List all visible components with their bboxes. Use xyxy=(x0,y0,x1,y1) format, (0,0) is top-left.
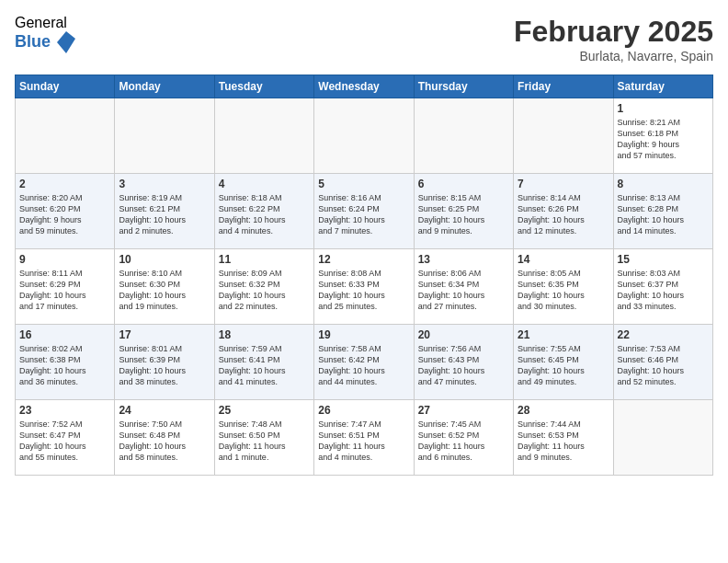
calendar-week-row: 2Sunrise: 8:20 AM Sunset: 6:20 PM Daylig… xyxy=(16,174,713,249)
day-number: 3 xyxy=(119,178,210,190)
table-row: 10Sunrise: 8:10 AM Sunset: 6:30 PM Dayli… xyxy=(115,249,214,325)
day-number: 10 xyxy=(119,253,210,266)
day-info: Sunrise: 7:53 AM Sunset: 6:46 PM Dayligh… xyxy=(618,343,709,388)
table-row: 1Sunrise: 8:21 AM Sunset: 6:18 PM Daylig… xyxy=(613,98,712,174)
table-row: 26Sunrise: 7:47 AM Sunset: 6:51 PM Dayli… xyxy=(314,400,414,476)
table-row: 25Sunrise: 7:48 AM Sunset: 6:50 PM Dayli… xyxy=(214,400,313,476)
day-info: Sunrise: 8:18 AM Sunset: 6:22 PM Dayligh… xyxy=(219,192,310,237)
day-number: 6 xyxy=(418,178,509,190)
day-info: Sunrise: 8:05 AM Sunset: 6:35 PM Dayligh… xyxy=(518,268,609,313)
day-info: Sunrise: 8:01 AM Sunset: 6:39 PM Dayligh… xyxy=(119,343,210,388)
table-row: 20Sunrise: 7:56 AM Sunset: 6:43 PM Dayli… xyxy=(414,325,513,400)
table-row: 8Sunrise: 8:13 AM Sunset: 6:28 PM Daylig… xyxy=(613,174,712,249)
table-row: 21Sunrise: 7:55 AM Sunset: 6:45 PM Dayli… xyxy=(514,325,613,400)
title-block: February 2025 Burlata, Navarre, Spain xyxy=(514,15,713,63)
table-row: 14Sunrise: 8:05 AM Sunset: 6:35 PM Dayli… xyxy=(514,249,613,325)
day-info: Sunrise: 8:08 AM Sunset: 6:33 PM Dayligh… xyxy=(318,268,409,313)
table-row: 24Sunrise: 7:50 AM Sunset: 6:48 PM Dayli… xyxy=(115,400,214,476)
day-number: 2 xyxy=(19,178,110,190)
day-number: 8 xyxy=(618,178,709,190)
table-row: 22Sunrise: 7:53 AM Sunset: 6:46 PM Dayli… xyxy=(613,325,712,400)
day-number: 23 xyxy=(19,404,110,417)
day-info: Sunrise: 7:48 AM Sunset: 6:50 PM Dayligh… xyxy=(219,419,310,464)
day-number: 20 xyxy=(418,328,509,341)
table-row: 3Sunrise: 8:19 AM Sunset: 6:21 PM Daylig… xyxy=(115,174,214,249)
table-row: 11Sunrise: 8:09 AM Sunset: 6:32 PM Dayli… xyxy=(214,249,313,325)
header: General Blue February 2025 Burlata, Nava… xyxy=(15,15,713,63)
location: Burlata, Navarre, Spain xyxy=(514,49,713,63)
header-wednesday: Wednesday xyxy=(314,75,414,98)
table-row: 13Sunrise: 8:06 AM Sunset: 6:34 PM Dayli… xyxy=(414,249,513,325)
table-row: 15Sunrise: 8:03 AM Sunset: 6:37 PM Dayli… xyxy=(613,249,712,325)
header-monday: Monday xyxy=(115,75,214,98)
day-info: Sunrise: 8:21 AM Sunset: 6:18 PM Dayligh… xyxy=(618,117,709,162)
logo-general: General xyxy=(15,15,75,31)
day-number: 19 xyxy=(318,328,409,341)
table-row: 17Sunrise: 8:01 AM Sunset: 6:39 PM Dayli… xyxy=(115,325,214,400)
day-info: Sunrise: 7:50 AM Sunset: 6:48 PM Dayligh… xyxy=(119,419,210,464)
table-row: 5Sunrise: 8:16 AM Sunset: 6:24 PM Daylig… xyxy=(314,174,414,249)
day-number: 27 xyxy=(418,404,509,417)
calendar-week-row: 9Sunrise: 8:11 AM Sunset: 6:29 PM Daylig… xyxy=(16,249,713,325)
day-number: 28 xyxy=(518,404,609,417)
table-row: 18Sunrise: 7:59 AM Sunset: 6:41 PM Dayli… xyxy=(214,325,313,400)
table-row: 27Sunrise: 7:45 AM Sunset: 6:52 PM Dayli… xyxy=(414,400,513,476)
day-number: 14 xyxy=(518,253,609,266)
logo-bird-icon xyxy=(57,31,75,53)
day-info: Sunrise: 7:56 AM Sunset: 6:43 PM Dayligh… xyxy=(418,343,509,388)
day-number: 17 xyxy=(119,328,210,341)
day-info: Sunrise: 8:16 AM Sunset: 6:24 PM Dayligh… xyxy=(318,192,409,237)
table-row xyxy=(414,98,513,174)
day-number: 21 xyxy=(518,328,609,341)
table-row xyxy=(514,98,613,174)
table-row: 7Sunrise: 8:14 AM Sunset: 6:26 PM Daylig… xyxy=(514,174,613,249)
day-number: 7 xyxy=(518,178,609,190)
page-container: General Blue February 2025 Burlata, Nava… xyxy=(0,0,728,483)
table-row: 12Sunrise: 8:08 AM Sunset: 6:33 PM Dayli… xyxy=(314,249,414,325)
day-info: Sunrise: 8:14 AM Sunset: 6:26 PM Dayligh… xyxy=(518,192,609,237)
logo: General Blue xyxy=(15,15,75,53)
table-row: 16Sunrise: 8:02 AM Sunset: 6:38 PM Dayli… xyxy=(16,325,115,400)
day-number: 12 xyxy=(318,253,409,266)
day-number: 18 xyxy=(219,328,310,341)
calendar-week-row: 23Sunrise: 7:52 AM Sunset: 6:47 PM Dayli… xyxy=(16,400,713,476)
month-title: February 2025 xyxy=(514,15,713,49)
table-row xyxy=(214,98,313,174)
day-number: 11 xyxy=(219,253,310,266)
day-info: Sunrise: 7:47 AM Sunset: 6:51 PM Dayligh… xyxy=(318,419,409,464)
calendar-week-row: 1Sunrise: 8:21 AM Sunset: 6:18 PM Daylig… xyxy=(16,98,713,174)
day-info: Sunrise: 8:03 AM Sunset: 6:37 PM Dayligh… xyxy=(618,268,709,313)
header-thursday: Thursday xyxy=(414,75,513,98)
day-info: Sunrise: 7:55 AM Sunset: 6:45 PM Dayligh… xyxy=(518,343,609,388)
day-number: 25 xyxy=(219,404,310,417)
day-info: Sunrise: 7:59 AM Sunset: 6:41 PM Dayligh… xyxy=(219,343,310,388)
day-number: 4 xyxy=(219,178,310,190)
header-sunday: Sunday xyxy=(16,75,115,98)
day-number: 16 xyxy=(19,328,110,341)
calendar-table: Sunday Monday Tuesday Wednesday Thursday… xyxy=(15,75,713,476)
day-info: Sunrise: 7:45 AM Sunset: 6:52 PM Dayligh… xyxy=(418,419,509,464)
calendar-week-row: 16Sunrise: 8:02 AM Sunset: 6:38 PM Dayli… xyxy=(16,325,713,400)
table-row: 19Sunrise: 7:58 AM Sunset: 6:42 PM Dayli… xyxy=(314,325,414,400)
table-row: 23Sunrise: 7:52 AM Sunset: 6:47 PM Dayli… xyxy=(16,400,115,476)
day-info: Sunrise: 8:10 AM Sunset: 6:30 PM Dayligh… xyxy=(119,268,210,313)
day-number: 15 xyxy=(618,253,709,266)
header-friday: Friday xyxy=(514,75,613,98)
table-row: 4Sunrise: 8:18 AM Sunset: 6:22 PM Daylig… xyxy=(214,174,313,249)
day-info: Sunrise: 8:13 AM Sunset: 6:28 PM Dayligh… xyxy=(618,192,709,237)
day-info: Sunrise: 8:02 AM Sunset: 6:38 PM Dayligh… xyxy=(19,343,110,388)
header-saturday: Saturday xyxy=(613,75,712,98)
day-info: Sunrise: 8:11 AM Sunset: 6:29 PM Dayligh… xyxy=(19,268,110,313)
svg-marker-0 xyxy=(57,31,75,53)
table-row xyxy=(16,98,115,174)
day-info: Sunrise: 7:58 AM Sunset: 6:42 PM Dayligh… xyxy=(318,343,409,388)
day-number: 5 xyxy=(318,178,409,190)
table-row xyxy=(613,400,712,476)
table-row: 6Sunrise: 8:15 AM Sunset: 6:25 PM Daylig… xyxy=(414,174,513,249)
day-info: Sunrise: 8:19 AM Sunset: 6:21 PM Dayligh… xyxy=(119,192,210,237)
day-number: 1 xyxy=(618,102,709,115)
table-row xyxy=(314,98,414,174)
day-info: Sunrise: 8:20 AM Sunset: 6:20 PM Dayligh… xyxy=(19,192,110,237)
header-tuesday: Tuesday xyxy=(214,75,313,98)
day-info: Sunrise: 8:15 AM Sunset: 6:25 PM Dayligh… xyxy=(418,192,509,237)
